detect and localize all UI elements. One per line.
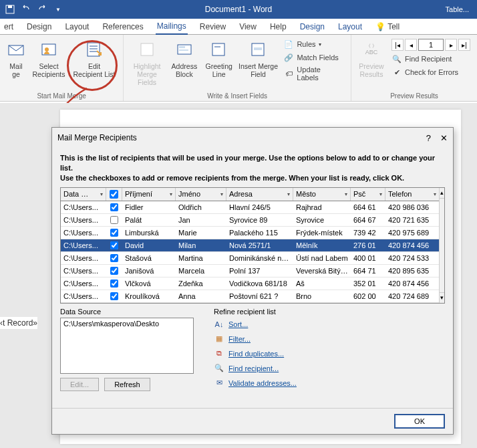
- row-checkbox[interactable]: [110, 267, 118, 275]
- greeting-line-button[interactable]: Greeting Line: [202, 37, 236, 80]
- close-icon[interactable]: ✕: [440, 133, 448, 143]
- find-recipient-icon: 🔍: [214, 363, 224, 374]
- row-checkbox[interactable]: [110, 292, 118, 300]
- data-source-list[interactable]: C:\Users\mkasperova\Deskto: [60, 318, 194, 374]
- vertical-scrollbar[interactable]: ▴ ▾: [439, 188, 444, 303]
- select-recipients-button[interactable]: Select Recipients: [29, 37, 68, 80]
- row-checkbox[interactable]: [110, 216, 118, 224]
- tab-design[interactable]: Design: [25, 19, 53, 34]
- window-title: Document1 - Word: [205, 5, 272, 14]
- qat-dropdown-icon[interactable]: ▼: [52, 3, 64, 15]
- col-adresa[interactable]: Adresa▾: [226, 188, 293, 201]
- rules-icon: 📄: [283, 39, 294, 49]
- highlight-merge-fields-button: Highlight Merge Fields: [128, 37, 166, 88]
- grid-header: Data …▾ Příjmení▾ Jméno▾ Adresa▾ Město▾ …: [61, 188, 439, 201]
- ok-button[interactable]: OK: [394, 414, 445, 429]
- scroll-down-icon[interactable]: ▾: [440, 292, 444, 303]
- table-row[interactable]: C:\Users...JanišováMarcelaPolní 137Vever…: [61, 265, 439, 277]
- tab-view[interactable]: View: [238, 19, 258, 34]
- table-row[interactable]: C:\Users...DavidMilanNová 2571/1Mělník27…: [61, 239, 439, 252]
- edit-recipient-list-button[interactable]: Edit Recipient List: [69, 37, 119, 80]
- table-row[interactable]: C:\Users...FidlerOldřichHlavní 246/5Rajh…: [61, 201, 439, 214]
- update-labels-button[interactable]: 🏷Update Labels: [283, 66, 344, 82]
- greeting-icon: [208, 39, 230, 60]
- filter-link[interactable]: ▦Filter...: [214, 334, 445, 344]
- recipients-grid: Data …▾ Příjmení▾ Jméno▾ Adresa▾ Město▾ …: [60, 187, 445, 304]
- refine-section: Refine recipient list A↓Sort... ▦Filter.…: [214, 308, 445, 391]
- col-mesto[interactable]: Město▾: [293, 188, 351, 201]
- row-checkbox[interactable]: [110, 203, 118, 211]
- svg-rect-12: [179, 49, 188, 51]
- tab-insert-partial[interactable]: ert: [3, 19, 15, 34]
- save-icon[interactable]: [4, 3, 16, 15]
- svg-point-4: [45, 47, 49, 51]
- find-recipient-button[interactable]: 🔍Find Recipient: [391, 53, 470, 64]
- col-data-source[interactable]: Data …▾: [61, 188, 106, 201]
- tab-mailings[interactable]: Mailings: [156, 19, 188, 35]
- record-navigator: |◂ ◂ ▸ ▸|: [391, 39, 470, 51]
- last-record-button[interactable]: ▸|: [458, 39, 470, 51]
- recipients-icon: [38, 39, 59, 60]
- sort-link[interactable]: A↓Sort...: [214, 319, 445, 330]
- scroll-up-icon[interactable]: ▴: [440, 188, 444, 199]
- record-number-input[interactable]: [418, 39, 444, 51]
- find-icon: 🔍: [391, 53, 402, 64]
- redo-icon[interactable]: [36, 3, 48, 15]
- tab-references[interactable]: References: [101, 19, 144, 34]
- rules-button[interactable]: 📄Rules ▾: [283, 39, 344, 49]
- find-recipient-link[interactable]: 🔍Find recipient...: [214, 363, 445, 374]
- row-checkbox[interactable]: [110, 241, 118, 249]
- table-row[interactable]: C:\Users...StašováMartinaDominikánské n……: [61, 252, 439, 265]
- write-insert-stack: 📄Rules ▾ 🔗Match Fields 🏷Update Labels: [281, 37, 347, 83]
- abc-icon: 《 》ABC: [361, 39, 382, 60]
- quick-access-toolbar: ▼: [0, 3, 64, 15]
- edit-list-icon: [84, 39, 105, 60]
- dialog-title: Mail Merge Recipients: [57, 133, 137, 142]
- col-prijmeni[interactable]: Příjmení▾: [122, 188, 176, 201]
- validate-addresses-link[interactable]: ✉Validate addresses...: [214, 378, 445, 388]
- col-psc[interactable]: Psč▾: [351, 188, 385, 201]
- check-errors-button[interactable]: ✔Check for Errors: [391, 67, 470, 78]
- mail-merge-button-partial[interactable]: Mail ge: [4, 37, 28, 80]
- edit-data-source-button[interactable]: Edit...: [60, 378, 99, 391]
- prev-record-button[interactable]: ◂: [405, 39, 417, 51]
- col-jmeno[interactable]: Jméno▾: [176, 188, 226, 201]
- find-duplicates-link[interactable]: ⧉Find duplicates...: [214, 348, 445, 359]
- tab-layout[interactable]: Layout: [63, 19, 90, 34]
- col-checkbox-all[interactable]: [106, 188, 122, 201]
- check-icon: ✔: [391, 67, 402, 78]
- table-row[interactable]: C:\Users...LimburskáMariePalackého 115Fr…: [61, 227, 439, 239]
- svg-rect-5: [88, 43, 100, 56]
- tab-tell-me[interactable]: 💡 Tell: [374, 19, 401, 34]
- match-fields-button[interactable]: 🔗Match Fields: [283, 52, 344, 63]
- help-icon[interactable]: ?: [426, 133, 431, 143]
- row-checkbox[interactable]: [110, 229, 118, 237]
- svg-rect-11: [179, 46, 185, 48]
- first-record-button[interactable]: |◂: [391, 39, 404, 51]
- col-telefon[interactable]: Telefon▾: [385, 188, 439, 201]
- table-row[interactable]: C:\Users...KroulíkováAnnaPoštovní 621 ?B…: [61, 290, 439, 303]
- match-icon: 🔗: [283, 52, 294, 63]
- table-row[interactable]: C:\Users...PalátJanSyrovice 89Syrovice66…: [61, 214, 439, 227]
- row-checkbox[interactable]: [110, 279, 118, 288]
- refresh-button[interactable]: Refresh: [104, 378, 150, 391]
- group-label-preview: Preview Results: [355, 91, 473, 100]
- merge-field-icon: [248, 39, 269, 60]
- tab-table-layout[interactable]: Layout: [337, 19, 363, 34]
- row-checkbox[interactable]: [110, 254, 118, 262]
- group-label-start: Start Mail Merge: [4, 91, 119, 100]
- duplicates-icon: ⧉: [214, 348, 224, 359]
- grid-rows: C:\Users...FidlerOldřichHlavní 246/5Rajh…: [61, 201, 439, 303]
- tab-review[interactable]: Review: [198, 19, 227, 34]
- undo-icon[interactable]: [20, 3, 32, 15]
- tab-table-design[interactable]: Design: [299, 19, 326, 34]
- insert-merge-field-button[interactable]: Insert Merge Field: [237, 37, 280, 80]
- next-record-button[interactable]: ▸: [445, 39, 457, 51]
- group-label-write: Write & Insert Fields: [128, 91, 347, 100]
- table-row[interactable]: C:\Users...VlčkováZdeňkaVodičkova 681/18…: [61, 277, 439, 290]
- address-block-button[interactable]: Address Block: [168, 37, 201, 80]
- tab-help[interactable]: Help: [269, 19, 288, 34]
- envelope-icon: [5, 39, 27, 60]
- preview-stack: |◂ ◂ ▸ ▸| 🔍Find Recipient ✔Check for Err…: [389, 37, 473, 79]
- svg-rect-9: [141, 43, 153, 55]
